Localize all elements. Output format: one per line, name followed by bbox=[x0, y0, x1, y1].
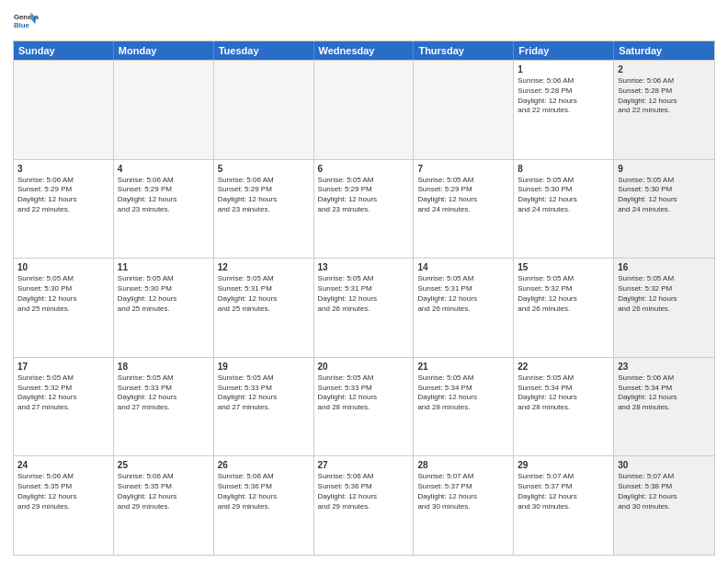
day-number: 12 bbox=[218, 261, 310, 273]
day-number: 1 bbox=[518, 63, 609, 75]
cal-cell-17: 17Sunrise: 5:05 AMSunset: 5:32 PMDayligh… bbox=[14, 358, 114, 456]
day-number: 2 bbox=[618, 63, 711, 75]
cal-cell-9: 9Sunrise: 5:05 AMSunset: 5:30 PMDaylight… bbox=[614, 160, 714, 259]
day-number: 8 bbox=[518, 163, 609, 175]
day-info: Sunrise: 5:05 AMSunset: 5:30 PMDaylight:… bbox=[17, 274, 109, 314]
day-number: 10 bbox=[17, 261, 109, 273]
day-info: Sunrise: 5:05 AMSunset: 5:30 PMDaylight:… bbox=[618, 176, 711, 215]
day-info: Sunrise: 5:06 AMSunset: 5:29 PMDaylight:… bbox=[218, 176, 310, 215]
cal-cell-16: 16Sunrise: 5:05 AMSunset: 5:32 PMDayligh… bbox=[614, 259, 714, 357]
day-info: Sunrise: 5:05 AMSunset: 5:29 PMDaylight:… bbox=[417, 176, 509, 215]
day-info: Sunrise: 5:06 AMSunset: 5:35 PMDaylight:… bbox=[118, 472, 210, 511]
day-info: Sunrise: 5:05 AMSunset: 5:30 PMDaylight:… bbox=[118, 274, 210, 314]
day-number: 23 bbox=[618, 361, 711, 373]
weekday-header-thursday: Thursday bbox=[414, 41, 514, 60]
cal-cell-15: 15Sunrise: 5:05 AMSunset: 5:32 PMDayligh… bbox=[514, 259, 614, 357]
day-info: Sunrise: 5:05 AMSunset: 5:31 PMDaylight:… bbox=[417, 274, 509, 314]
cal-cell-8: 8Sunrise: 5:05 AMSunset: 5:30 PMDaylight… bbox=[514, 160, 614, 259]
day-info: Sunrise: 5:05 AMSunset: 5:33 PMDaylight:… bbox=[118, 373, 210, 413]
cal-cell-28: 28Sunrise: 5:07 AMSunset: 5:37 PMDayligh… bbox=[414, 456, 514, 555]
day-info: Sunrise: 5:05 AMSunset: 5:32 PMDaylight:… bbox=[618, 274, 711, 314]
day-number: 19 bbox=[218, 361, 310, 373]
cal-cell-19: 19Sunrise: 5:05 AMSunset: 5:33 PMDayligh… bbox=[214, 358, 314, 456]
day-info: Sunrise: 5:06 AMSunset: 5:29 PMDaylight:… bbox=[17, 176, 109, 215]
cal-cell-5: 5Sunrise: 5:06 AMSunset: 5:29 PMDaylight… bbox=[214, 160, 314, 259]
day-number: 13 bbox=[318, 261, 410, 273]
cal-cell-empty-0-3 bbox=[314, 61, 415, 159]
day-number: 20 bbox=[318, 361, 410, 373]
day-info: Sunrise: 5:06 AMSunset: 5:35 PMDaylight:… bbox=[17, 472, 109, 511]
cal-cell-14: 14Sunrise: 5:05 AMSunset: 5:31 PMDayligh… bbox=[414, 259, 514, 357]
cal-cell-24: 24Sunrise: 5:06 AMSunset: 5:35 PMDayligh… bbox=[14, 456, 114, 555]
weekday-header-tuesday: Tuesday bbox=[214, 41, 314, 60]
cal-cell-6: 6Sunrise: 5:05 AMSunset: 5:29 PMDaylight… bbox=[314, 160, 415, 259]
cal-cell-13: 13Sunrise: 5:05 AMSunset: 5:31 PMDayligh… bbox=[314, 259, 415, 357]
cal-cell-29: 29Sunrise: 5:07 AMSunset: 5:37 PMDayligh… bbox=[514, 456, 614, 555]
cal-cell-empty-0-0 bbox=[14, 61, 114, 159]
day-info: Sunrise: 5:07 AMSunset: 5:37 PMDaylight:… bbox=[518, 472, 609, 511]
cal-cell-1: 1Sunrise: 5:06 AMSunset: 5:28 PMDaylight… bbox=[514, 61, 614, 159]
cal-cell-26: 26Sunrise: 5:06 AMSunset: 5:36 PMDayligh… bbox=[214, 456, 314, 555]
logo-icon: General Blue bbox=[13, 9, 39, 35]
week-row-2: 3Sunrise: 5:06 AMSunset: 5:29 PMDaylight… bbox=[14, 159, 714, 259]
day-number: 24 bbox=[17, 459, 109, 471]
day-number: 30 bbox=[618, 459, 711, 471]
cal-cell-10: 10Sunrise: 5:05 AMSunset: 5:30 PMDayligh… bbox=[14, 259, 114, 357]
header: General Blue bbox=[13, 9, 715, 35]
day-info: Sunrise: 5:05 AMSunset: 5:31 PMDaylight:… bbox=[218, 274, 310, 314]
weekday-header-friday: Friday bbox=[514, 41, 614, 60]
weekday-header-sunday: Sunday bbox=[14, 41, 114, 60]
weekday-header-monday: Monday bbox=[114, 41, 214, 60]
cal-cell-27: 27Sunrise: 5:06 AMSunset: 5:36 PMDayligh… bbox=[314, 456, 415, 555]
day-number: 26 bbox=[218, 459, 310, 471]
svg-text:Blue: Blue bbox=[14, 21, 30, 29]
day-number: 6 bbox=[318, 163, 410, 175]
day-info: Sunrise: 5:05 AMSunset: 5:31 PMDaylight:… bbox=[318, 274, 410, 314]
page: General Blue SundayMondayTuesdayWednesda… bbox=[0, 0, 728, 563]
cal-cell-20: 20Sunrise: 5:05 AMSunset: 5:33 PMDayligh… bbox=[314, 358, 415, 456]
day-number: 27 bbox=[318, 459, 410, 471]
weekday-header-wednesday: Wednesday bbox=[314, 41, 415, 60]
day-number: 4 bbox=[118, 163, 210, 175]
week-row-4: 17Sunrise: 5:05 AMSunset: 5:32 PMDayligh… bbox=[14, 357, 714, 456]
day-number: 28 bbox=[417, 459, 509, 471]
day-number: 3 bbox=[17, 163, 109, 175]
day-info: Sunrise: 5:05 AMSunset: 5:30 PMDaylight:… bbox=[518, 176, 609, 215]
day-info: Sunrise: 5:06 AMSunset: 5:36 PMDaylight:… bbox=[318, 472, 410, 511]
cal-cell-empty-0-4 bbox=[414, 61, 514, 159]
cal-cell-22: 22Sunrise: 5:05 AMSunset: 5:34 PMDayligh… bbox=[514, 358, 614, 456]
day-number: 29 bbox=[518, 459, 609, 471]
cal-cell-7: 7Sunrise: 5:05 AMSunset: 5:29 PMDaylight… bbox=[414, 160, 514, 259]
day-number: 9 bbox=[618, 163, 711, 175]
cal-cell-3: 3Sunrise: 5:06 AMSunset: 5:29 PMDaylight… bbox=[14, 160, 114, 259]
day-number: 15 bbox=[518, 261, 609, 273]
cal-cell-11: 11Sunrise: 5:05 AMSunset: 5:30 PMDayligh… bbox=[114, 259, 214, 357]
day-info: Sunrise: 5:06 AMSunset: 5:36 PMDaylight:… bbox=[218, 472, 310, 511]
day-number: 22 bbox=[518, 361, 609, 373]
day-info: Sunrise: 5:05 AMSunset: 5:32 PMDaylight:… bbox=[17, 373, 109, 413]
day-number: 21 bbox=[417, 361, 509, 373]
day-info: Sunrise: 5:05 AMSunset: 5:29 PMDaylight:… bbox=[318, 176, 410, 215]
day-info: Sunrise: 5:05 AMSunset: 5:34 PMDaylight:… bbox=[518, 373, 609, 413]
calendar-body: 1Sunrise: 5:06 AMSunset: 5:28 PMDaylight… bbox=[14, 60, 714, 555]
day-info: Sunrise: 5:05 AMSunset: 5:32 PMDaylight:… bbox=[518, 274, 609, 314]
cal-cell-4: 4Sunrise: 5:06 AMSunset: 5:29 PMDaylight… bbox=[114, 160, 214, 259]
cal-cell-empty-0-1 bbox=[114, 61, 214, 159]
day-number: 17 bbox=[17, 361, 109, 373]
cal-cell-21: 21Sunrise: 5:05 AMSunset: 5:34 PMDayligh… bbox=[414, 358, 514, 456]
week-row-1: 1Sunrise: 5:06 AMSunset: 5:28 PMDaylight… bbox=[14, 60, 714, 159]
day-info: Sunrise: 5:05 AMSunset: 5:33 PMDaylight:… bbox=[218, 373, 310, 413]
day-info: Sunrise: 5:06 AMSunset: 5:28 PMDaylight:… bbox=[618, 76, 711, 116]
cal-cell-empty-0-2 bbox=[214, 61, 314, 159]
day-number: 7 bbox=[417, 163, 509, 175]
day-info: Sunrise: 5:05 AMSunset: 5:33 PMDaylight:… bbox=[318, 373, 410, 413]
cal-cell-25: 25Sunrise: 5:06 AMSunset: 5:35 PMDayligh… bbox=[114, 456, 214, 555]
cal-cell-30: 30Sunrise: 5:07 AMSunset: 5:38 PMDayligh… bbox=[614, 456, 714, 555]
logo: General Blue bbox=[13, 9, 42, 35]
day-info: Sunrise: 5:07 AMSunset: 5:38 PMDaylight:… bbox=[618, 472, 711, 511]
calendar-header: SundayMondayTuesdayWednesdayThursdayFrid… bbox=[14, 41, 714, 60]
day-info: Sunrise: 5:06 AMSunset: 5:34 PMDaylight:… bbox=[618, 373, 711, 413]
day-number: 5 bbox=[218, 163, 310, 175]
cal-cell-2: 2Sunrise: 5:06 AMSunset: 5:28 PMDaylight… bbox=[614, 61, 714, 159]
day-number: 11 bbox=[118, 261, 210, 273]
